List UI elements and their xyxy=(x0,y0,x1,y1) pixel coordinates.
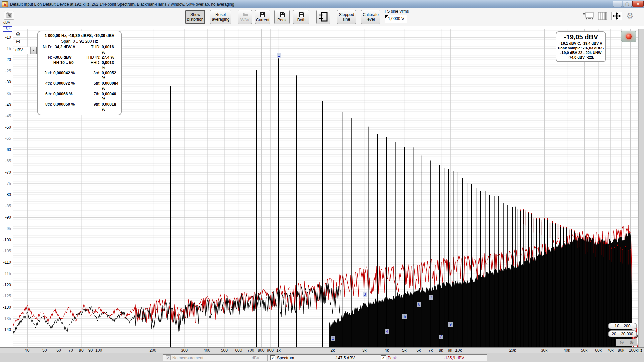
y-tick-label: -70 xyxy=(0,170,11,175)
y-tick-label: -100 xyxy=(0,238,11,242)
harmonic-marker-2: 2 xyxy=(331,336,335,341)
y-tick-label: -15 xyxy=(0,46,11,51)
y-tick-label: -95 xyxy=(0,226,11,231)
level-line: Peak sample: -16,03 dBFS xyxy=(558,46,604,50)
save-icon xyxy=(299,12,304,17)
x-tick-label: 3k xyxy=(359,348,369,353)
save-peak-button[interactable]: Peak xyxy=(274,10,290,24)
record-icon xyxy=(626,34,632,39)
y-tick-label: -40 xyxy=(0,103,11,107)
harmonic-marker-3: 3 xyxy=(363,292,367,297)
harmonic-marker-6: 6 xyxy=(417,302,421,307)
folder-icon xyxy=(242,12,248,17)
x-tick-label: 60 xyxy=(54,348,64,353)
distortion-rows: N+D:-34,2 dBV ATHD:0,0016 %N:-30,6 dBVTH… xyxy=(41,45,118,112)
unit-select[interactable]: dBV ▼ xyxy=(14,47,37,54)
app-window: Default Input L on Default Device at 192… xyxy=(0,0,644,362)
no-measurement-label: No measurement xyxy=(172,356,203,360)
reset-averaging-button[interactable]: Reset averaging xyxy=(210,10,231,24)
y-tick-label: -20 xyxy=(0,57,11,62)
range-10-200-button[interactable]: 10 .. 200 xyxy=(608,323,637,329)
x-tick-label: 70 xyxy=(66,348,76,353)
frequency-bands-icon[interactable] xyxy=(598,12,607,20)
y-tick-label: -75 xyxy=(0,181,11,186)
x-tick-label: 400 xyxy=(202,348,212,353)
record-button[interactable] xyxy=(621,31,636,42)
x-tick-label: 80k xyxy=(616,348,626,353)
minimize-button[interactable]: – xyxy=(613,1,622,7)
spectrum-label: Spectrum xyxy=(277,356,294,360)
y-tick-label: -10 xyxy=(0,35,11,40)
distortion-row: HH 10 .. 50HHD:0,0013 % xyxy=(41,60,118,71)
io-routing-icon xyxy=(319,12,328,23)
y-tick-label: -120 xyxy=(0,283,11,287)
no-measurement-unit: dBV xyxy=(252,356,259,360)
spectrum-checkbox[interactable]: ✓ xyxy=(270,355,275,360)
save-both-button[interactable]: Both xyxy=(293,10,309,24)
y-tick-label: -110 xyxy=(0,260,11,265)
x-tick-label: 20k xyxy=(507,348,518,353)
zoom-in-icon[interactable]: ⊕ xyxy=(629,340,634,345)
zoom-out-icon[interactable]: ⊖ xyxy=(16,39,20,44)
no-measurement-checkbox: ✓ xyxy=(166,355,171,360)
range-20-20000-button[interactable]: 20 .. 20 000 xyxy=(608,330,637,337)
x-tick-label: 40 xyxy=(22,348,32,353)
calibrate-level-button[interactable]: Calibrate level xyxy=(361,10,380,24)
harmonic-marker-9: 9 xyxy=(448,322,453,327)
y-tick-label: -125 xyxy=(0,294,11,298)
x-tick-label: 50k xyxy=(579,348,589,353)
distortion-row: 8th:0,000050 %9th:0,00018 % xyxy=(41,102,118,112)
spectrum-value: -147,5 dBV xyxy=(334,356,355,360)
maximize-button[interactable]: ▢ xyxy=(623,1,632,7)
distortion-row: N:-30,6 dBVTHD+N:27,4 % xyxy=(41,55,118,60)
zoom-in-icon[interactable]: ⊕ xyxy=(16,31,20,37)
distortion-row: 2nd:0,000042 %3rd:0,00052 % xyxy=(41,71,118,81)
fs-sine-vrms-label: FS sine Vrms xyxy=(385,9,409,14)
y-axis-title: dBV xyxy=(3,20,10,24)
plot-right-gutter xyxy=(639,29,644,347)
y-tick-label: -105 xyxy=(0,249,11,253)
save-icon xyxy=(280,12,285,17)
y-tick-label: -85 xyxy=(0,204,11,208)
x-tick-label: 7k xyxy=(426,348,436,353)
window-title: Default Input L on Default Device at 192… xyxy=(10,2,234,7)
harmonic-marker-8: 8 xyxy=(439,335,444,339)
status-bar: ✓ No measurement dBV ✓ Spectrum -147,5 d… xyxy=(163,354,487,361)
chevron-down-icon[interactable]: ▼ xyxy=(30,47,36,54)
zoom-out-icon[interactable]: ⊖ xyxy=(620,340,624,345)
no-measurement-section: ✓ No measurement dBV xyxy=(163,355,268,361)
x-tick-label: 8k xyxy=(436,348,446,353)
y-axis-top-value-box[interactable]: -6,4 xyxy=(3,26,12,32)
peak-checkbox[interactable]: ✓ xyxy=(381,355,386,360)
screenshot-button[interactable] xyxy=(4,11,14,20)
y-tick-label: -55 xyxy=(0,136,11,141)
level-line: -19,0 dBV 22 - 22k UNW xyxy=(558,50,604,55)
x-tick-label: 70k xyxy=(605,348,615,353)
show-distortion-button[interactable]: Show distortion xyxy=(185,10,205,24)
save-current-button[interactable]: Current xyxy=(255,10,270,24)
x-tick-label: 50 xyxy=(40,348,50,353)
x-tick-label: 6k xyxy=(414,348,424,353)
y-tick-label: -140 xyxy=(0,327,11,332)
y-tick-label: -135 xyxy=(0,316,11,321)
gear-icon[interactable]: ⚙ xyxy=(626,12,634,20)
peak-legend-section: ✓ Peak -135,9 dBV xyxy=(378,355,487,361)
close-button[interactable]: × xyxy=(632,1,644,7)
app-icon xyxy=(2,1,8,7)
x-tick-label: 40k xyxy=(562,348,572,353)
peak-line-sample xyxy=(425,358,440,358)
x-tick-label: 30k xyxy=(539,348,549,353)
pan-view-icon[interactable] xyxy=(583,11,594,21)
x-tick-label: 5k xyxy=(399,348,409,353)
fs-sine-vrms-input[interactable] xyxy=(388,16,406,22)
io-routing-button[interactable] xyxy=(316,10,330,24)
x-tick-label: 10k xyxy=(453,348,464,353)
fs-sine-vrms-fieldbox xyxy=(385,15,407,23)
level-line: -19,1 dBV C, -19,4 dBV A xyxy=(558,41,604,46)
level-line: -74,0 dBV >22k xyxy=(558,55,604,60)
wav-button: WAV xyxy=(238,10,252,24)
x-tick-label: 500 xyxy=(219,348,229,353)
fit-view-icon[interactable] xyxy=(611,12,622,20)
distortion-row: 4th:0,000072 %5th:0,000084 % xyxy=(41,81,118,92)
stepped-sine-button[interactable]: Stepped sine xyxy=(337,10,356,24)
